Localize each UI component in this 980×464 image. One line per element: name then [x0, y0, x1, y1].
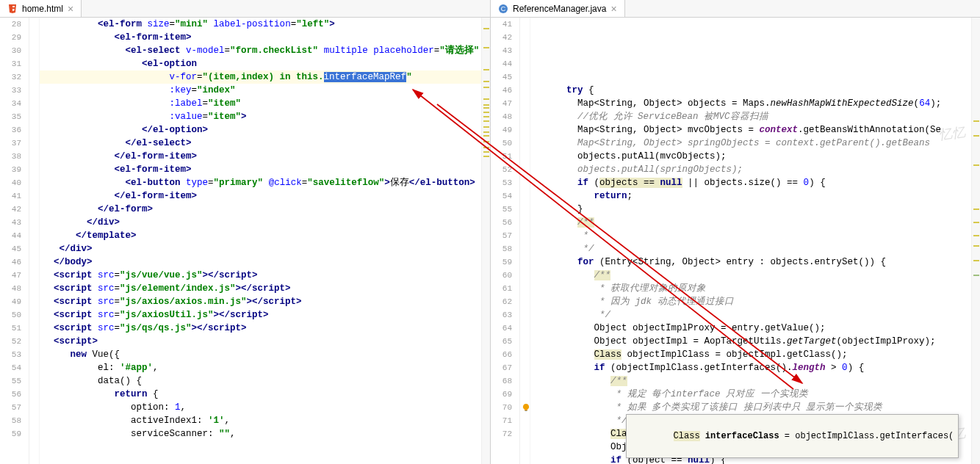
- code-line[interactable]: option: 1,: [40, 401, 481, 414]
- code-line[interactable]: </el-form-item>: [40, 189, 481, 203]
- code-line[interactable]: el: '#app',: [40, 361, 481, 374]
- code-line[interactable]: <el-option: [40, 57, 481, 70]
- close-icon[interactable]: ×: [68, 3, 73, 15]
- code-line[interactable]: * 规定 每个interface 只对应 一个实现类: [530, 388, 971, 401]
- code-line[interactable]: * 获取代理对象的原对象: [530, 282, 971, 295]
- code-line[interactable]: </el-form-item>: [40, 150, 481, 163]
- code-line[interactable]: //优化 允许 ServiceBean 被MVC容器扫描: [530, 110, 971, 123]
- code-line[interactable]: activeIndex1: '1',: [40, 414, 481, 427]
- line-number: 44: [491, 57, 512, 70]
- tab-home-html[interactable]: home.html ×: [0, 0, 82, 17]
- line-number: 41: [491, 18, 512, 31]
- line-number: 35: [0, 110, 21, 123]
- code-line[interactable]: v-for="(item,index) in this.interfaceMap…: [40, 70, 481, 84]
- code-line[interactable]: <script src="js/qs/qs.js"></script>: [40, 322, 481, 335]
- tab-reference-manager[interactable]: C ReferenceManager.java ×: [491, 0, 625, 17]
- error-stripe-right[interactable]: [971, 18, 980, 464]
- line-number: 62: [491, 295, 512, 308]
- code-line[interactable]: return {: [40, 388, 481, 401]
- code-line[interactable]: /**: [530, 374, 971, 388]
- line-number: 49: [491, 123, 512, 137]
- line-number: 36: [0, 123, 21, 137]
- code-line[interactable]: </el-select>: [40, 137, 481, 150]
- line-number: 51: [491, 150, 512, 163]
- line-number: 34: [0, 97, 21, 110]
- code-line[interactable]: data() {: [40, 374, 481, 388]
- line-number: 44: [0, 229, 21, 242]
- line-number: 53: [0, 348, 21, 361]
- code-line[interactable]: Class objectImplClass = objectImpl.getCl…: [530, 348, 971, 361]
- line-number: 43: [0, 216, 21, 229]
- line-number: 63: [491, 308, 512, 322]
- line-number: 54: [491, 189, 512, 203]
- line-number: 49: [0, 295, 21, 308]
- code-line[interactable]: <el-select v-model="form.checkList" mult…: [40, 44, 481, 57]
- line-number: 57: [491, 229, 512, 242]
- html-file-icon: [7, 4, 18, 14]
- line-number: 46: [491, 84, 512, 97]
- code-line[interactable]: <el-form-item>: [40, 31, 481, 44]
- code-line[interactable]: if (objectImplClass.getInterfaces().leng…: [530, 361, 971, 374]
- code-line[interactable]: <script src="js/axios/axios.min.js"></sc…: [40, 295, 481, 308]
- line-number: 42: [491, 31, 512, 44]
- code-line[interactable]: <script src="js/axiosUtil.js"></script>: [40, 308, 481, 322]
- line-number: 53: [491, 176, 512, 189]
- line-number: 60: [491, 269, 512, 282]
- code-line[interactable]: </div>: [40, 242, 481, 255]
- code-line[interactable]: serviceScanner: "",: [40, 427, 481, 441]
- code-line[interactable]: */: [530, 308, 971, 322]
- line-number: 50: [0, 308, 21, 322]
- tab-label: home.html: [22, 4, 63, 14]
- svg-rect-2: [525, 410, 527, 411]
- line-number: 31: [0, 57, 21, 70]
- code-line[interactable]: <el-form-item>: [40, 163, 481, 176]
- code-line[interactable]: <el-form size="mini" label-position="lef…: [40, 18, 481, 31]
- code-line[interactable]: </div>: [40, 216, 481, 229]
- code-line[interactable]: *: [530, 229, 971, 242]
- code-line[interactable]: Map<String, Object> springObjects = cont…: [530, 137, 971, 150]
- close-icon[interactable]: ×: [610, 3, 616, 15]
- code-line[interactable]: /**: [530, 216, 971, 229]
- code-line[interactable]: return;: [530, 189, 971, 203]
- code-line[interactable]: <el-button type="primary" @click="saveli…: [40, 176, 481, 189]
- line-number: 51: [0, 322, 21, 335]
- code-line[interactable]: <script>: [40, 335, 481, 348]
- line-number: 58: [491, 242, 512, 255]
- code-line[interactable]: <script src="js/element/index.js"></scri…: [40, 282, 481, 295]
- bulb-icon[interactable]: [522, 403, 529, 410]
- code-area-left[interactable]: <el-form size="mini" label-position="lef…: [40, 18, 481, 464]
- code-line[interactable]: :label="item": [40, 97, 481, 110]
- line-number: 55: [491, 203, 512, 216]
- code-line[interactable]: Map<String, Object> objects = Maps.newHa…: [530, 97, 971, 110]
- code-line[interactable]: Map<String, Object> mvcObjects = context…: [530, 123, 971, 137]
- code-line[interactable]: objects.putAll(mvcObjects);: [530, 150, 971, 163]
- code-line[interactable]: </el-option>: [40, 123, 481, 137]
- editor-right[interactable]: 4142434445464748495051525354555657585960…: [491, 18, 980, 464]
- code-line[interactable]: /**: [530, 269, 971, 282]
- line-number: 54: [0, 361, 21, 374]
- code-line[interactable]: * 如果 多个类实现了该接口 接口列表中只 显示第一个实现类: [530, 401, 971, 414]
- code-area-right[interactable]: Class interfaceClass = objectImplClass.g…: [530, 18, 971, 464]
- line-number: 59: [0, 427, 21, 441]
- code-line[interactable]: :value="item">: [40, 110, 481, 123]
- editor-left[interactable]: 2829303132333435363738394041424344454647…: [0, 18, 490, 464]
- code-line[interactable]: try {: [530, 84, 971, 97]
- code-line[interactable]: </body>: [40, 255, 481, 269]
- code-line[interactable]: for (Entry<String, Object> entry : objec…: [530, 255, 971, 269]
- code-line[interactable]: Object objectImpl = AopTargetUtils.getTa…: [530, 335, 971, 348]
- code-line[interactable]: * 因为 jdk 动态代理通过接口: [530, 295, 971, 308]
- code-line[interactable]: </el-form>: [40, 203, 481, 216]
- code-line[interactable]: if (objects == null || objects.size() ==…: [530, 176, 971, 189]
- code-line[interactable]: </template>: [40, 229, 481, 242]
- line-number: 38: [0, 150, 21, 163]
- line-number: 30: [0, 44, 21, 57]
- code-line[interactable]: :key="index": [40, 84, 481, 97]
- code-line[interactable]: <script src="js/vue/vue.js"></script>: [40, 269, 481, 282]
- error-stripe-left[interactable]: [481, 18, 490, 464]
- code-line[interactable]: }: [530, 203, 971, 216]
- line-gutter-right: 4142434445464748495051525354555657585960…: [491, 18, 520, 464]
- code-line[interactable]: new Vue({: [40, 348, 481, 361]
- code-line[interactable]: objects.putAll(springObjects);: [530, 163, 971, 176]
- code-line[interactable]: Object objectImplProxy = entry.getValue(…: [530, 322, 971, 335]
- code-line[interactable]: */: [530, 242, 971, 255]
